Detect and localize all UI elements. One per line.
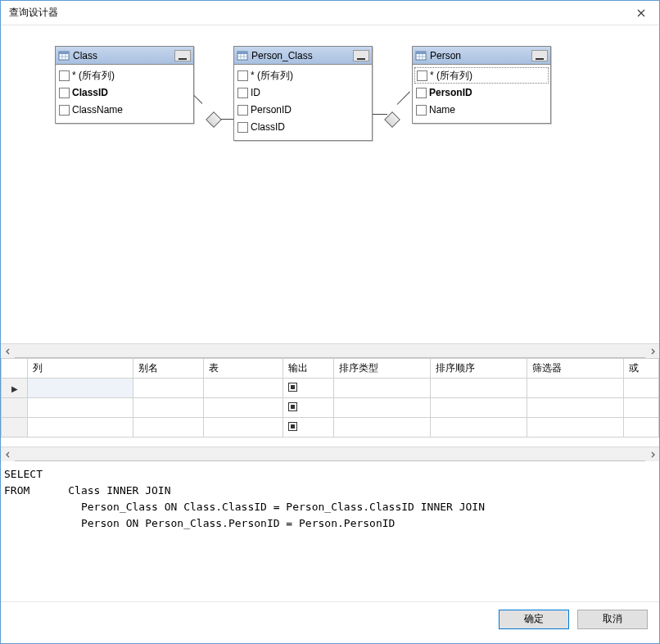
titlebar[interactable]: 查询设计器 (1, 1, 659, 25)
table-header[interactable]: Person (413, 47, 550, 65)
grid-cell[interactable] (283, 418, 333, 438)
grid-cell[interactable] (527, 379, 623, 398)
table-title: Person_Class (251, 50, 350, 61)
grid-header[interactable]: 排序类型 (333, 359, 430, 379)
column-checkbox[interactable] (59, 70, 70, 81)
column-row[interactable]: ID (237, 84, 368, 101)
column-checkbox[interactable] (237, 70, 248, 81)
grid-cell[interactable] (527, 418, 623, 438)
grid-cell[interactable] (133, 398, 204, 418)
scroll-track[interactable] (15, 447, 645, 460)
ok-button[interactable]: 确定 (499, 610, 569, 629)
minimize-button[interactable] (531, 50, 548, 61)
grid-header[interactable]: 列 (28, 359, 133, 379)
minimize-button[interactable] (353, 50, 369, 61)
column-checkbox[interactable] (416, 105, 427, 116)
grid-cell[interactable] (133, 379, 204, 398)
window: 查询设计器 Class* (所有列)ClassIDClassNamePerson… (0, 0, 660, 644)
sql-pane[interactable]: SELECT FROM Class INNER JOIN Person_Clas… (1, 460, 659, 601)
row-header[interactable]: ▶ (2, 379, 28, 398)
column-label: ClassID (251, 121, 285, 133)
output-checkbox-icon[interactable] (288, 383, 297, 392)
column-label: Name (429, 104, 455, 116)
table-title: Person (430, 50, 528, 61)
table-box-person[interactable]: Person* (所有列)PersonIDName (412, 46, 551, 124)
join-line (397, 92, 410, 105)
column-checkbox[interactable] (237, 122, 248, 133)
close-icon (637, 9, 645, 17)
grid-cell[interactable] (430, 379, 527, 398)
column-checkbox[interactable] (237, 88, 248, 98)
grid-cell[interactable] (28, 418, 133, 438)
grid-cell[interactable] (203, 379, 283, 398)
criteria-grid-pane: 列别名表输出排序类型排序顺序筛选器或▶ (1, 357, 659, 460)
output-checkbox-icon[interactable] (288, 402, 297, 411)
row-header[interactable] (2, 398, 28, 418)
column-row[interactable]: ClassID (237, 119, 368, 135)
table-header[interactable]: Person_Class (234, 47, 372, 65)
scroll-track[interactable] (15, 344, 645, 357)
svg-rect-6 (237, 52, 247, 54)
window-title: 查询设计器 (9, 6, 622, 20)
column-checkbox[interactable] (59, 105, 70, 116)
grid-cell[interactable] (623, 418, 658, 438)
table-box-class[interactable]: Class* (所有列)ClassIDClassName (55, 46, 194, 124)
grid-cell[interactable] (283, 379, 333, 398)
grid-cell[interactable] (283, 398, 333, 418)
column-row[interactable]: * (所有列) (237, 67, 368, 84)
column-row[interactable]: * (所有列) (414, 67, 549, 84)
scroll-right-icon[interactable] (645, 447, 659, 461)
grid-header[interactable]: 别名 (133, 359, 204, 379)
table-icon (237, 50, 248, 61)
column-checkbox[interactable] (416, 88, 427, 98)
grid-cell[interactable] (133, 418, 204, 438)
grid-header[interactable]: 输出 (283, 359, 333, 379)
grid-cell[interactable] (28, 398, 133, 418)
grid-hscrollbar[interactable] (1, 447, 659, 460)
grid-header[interactable]: 表 (203, 359, 283, 379)
column-row[interactable]: PersonID (237, 102, 368, 118)
table-body: * (所有列)PersonIDName (413, 65, 550, 123)
column-row[interactable]: Name (416, 102, 547, 118)
column-row[interactable]: ClassName (59, 102, 190, 118)
grid-corner (2, 359, 28, 379)
row-indicator-icon: ▶ (11, 384, 18, 393)
svg-rect-11 (416, 52, 426, 54)
grid-cell[interactable] (203, 398, 283, 418)
grid-header[interactable]: 筛选器 (527, 359, 623, 379)
grid-cell[interactable] (333, 418, 430, 438)
grid-cell[interactable] (527, 398, 623, 418)
column-row[interactable]: * (所有列) (59, 67, 190, 84)
grid-cell[interactable] (430, 398, 527, 418)
grid-cell[interactable] (430, 418, 527, 438)
grid-cell[interactable] (623, 379, 658, 398)
column-row[interactable]: PersonID (416, 84, 547, 101)
grid-cell[interactable] (333, 398, 430, 418)
grid-cell[interactable] (203, 418, 283, 438)
column-checkbox[interactable] (417, 70, 427, 81)
scroll-right-icon[interactable] (645, 344, 659, 358)
grid-cell[interactable] (28, 379, 133, 398)
cancel-button[interactable]: 取消 (577, 610, 648, 629)
minimize-button[interactable] (174, 50, 191, 61)
grid-cell[interactable] (333, 379, 430, 398)
grid-header[interactable]: 排序顺序 (430, 359, 527, 379)
join-diamond-icon[interactable] (206, 111, 222, 128)
scroll-left-icon[interactable] (1, 447, 15, 461)
diagram-hscrollbar[interactable] (1, 343, 659, 357)
close-button[interactable] (622, 1, 659, 25)
criteria-grid[interactable]: 列别名表输出排序类型排序顺序筛选器或▶ (1, 358, 659, 438)
table-box-person_class[interactable]: Person_Class* (所有列)IDPersonIDClassID (233, 46, 373, 141)
row-header[interactable] (2, 418, 28, 438)
column-label: * (所有列) (251, 69, 293, 83)
grid-header[interactable]: 或 (623, 359, 658, 379)
grid-cell[interactable] (623, 398, 658, 418)
column-row[interactable]: ClassID (59, 84, 190, 101)
table-header[interactable]: Class (56, 47, 193, 65)
diagram-pane[interactable]: Class* (所有列)ClassIDClassNamePerson_Class… (1, 25, 659, 343)
output-checkbox-icon[interactable] (288, 422, 297, 431)
column-checkbox[interactable] (59, 88, 70, 98)
scroll-left-icon[interactable] (1, 344, 15, 358)
column-checkbox[interactable] (237, 105, 248, 116)
column-label: ClassName (72, 104, 123, 116)
